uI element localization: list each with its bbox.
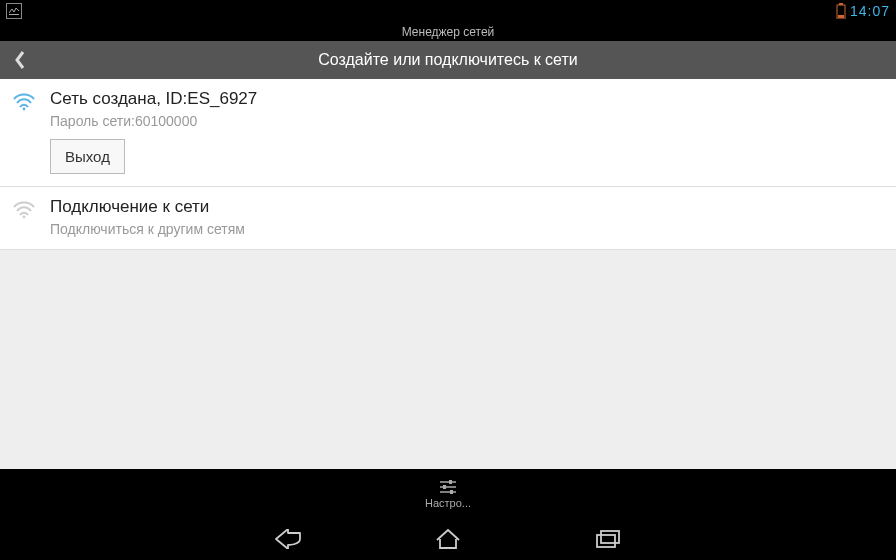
network-password-text: Пароль сети:60100000 [50, 113, 884, 129]
battery-icon [836, 3, 846, 19]
app-title: Менеджер сетей [402, 25, 495, 39]
notification-icon [6, 3, 22, 19]
nav-bar [0, 517, 896, 560]
nav-back-button[interactable] [268, 519, 308, 559]
svg-rect-3 [838, 15, 844, 18]
connect-network-item[interactable]: Подключение к сети Подключиться к другим… [0, 187, 896, 250]
svg-rect-12 [597, 535, 615, 547]
settings-label: Настро... [425, 497, 471, 509]
nav-recent-button[interactable] [588, 519, 628, 559]
network-created-title: Сеть создана, ID:ES_6927 [50, 89, 884, 109]
back-button[interactable] [0, 41, 40, 79]
wifi-dim-icon [12, 197, 36, 219]
wifi-icon [12, 89, 36, 111]
status-time: 14:07 [850, 3, 890, 19]
svg-rect-9 [443, 485, 446, 489]
settings-button[interactable]: Настро... [0, 469, 896, 517]
connect-title: Подключение к сети [50, 197, 884, 217]
header-title: Создайте или подключитесь к сети [0, 51, 896, 69]
header: Создайте или подключитесь к сети [0, 41, 896, 79]
network-created-item[interactable]: Сеть создана, ID:ES_6927 Пароль сети:601… [0, 79, 896, 187]
svg-rect-11 [450, 490, 453, 494]
svg-rect-13 [601, 531, 619, 543]
status-bar: 14:07 [0, 0, 896, 22]
sliders-icon [438, 478, 458, 496]
svg-rect-7 [449, 480, 452, 484]
svg-point-4 [23, 108, 26, 111]
exit-button[interactable]: Выход [50, 139, 125, 174]
bottom-bar: Настро... [0, 469, 896, 560]
nav-home-button[interactable] [428, 519, 468, 559]
connect-subtitle: Подключиться к другим сетям [50, 221, 884, 237]
app-title-bar: Менеджер сетей [0, 22, 896, 41]
svg-point-5 [23, 216, 26, 219]
content-area: Сеть создана, ID:ES_6927 Пароль сети:601… [0, 79, 896, 510]
